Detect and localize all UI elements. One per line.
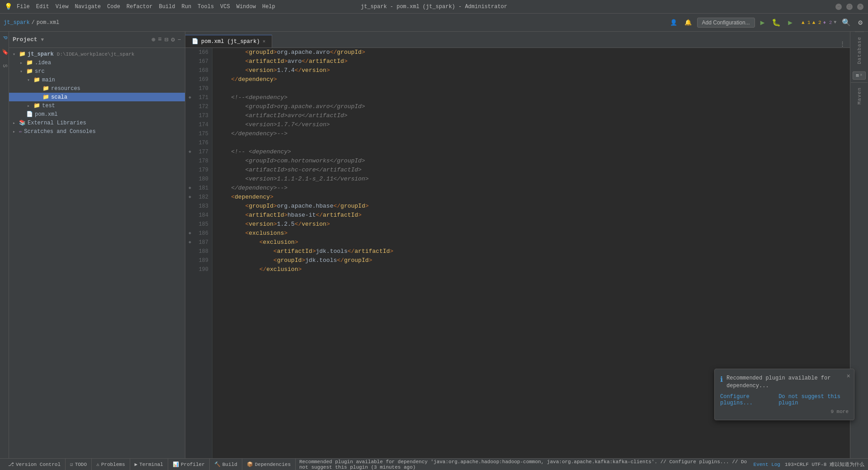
tree-label-main: main [42, 77, 55, 83]
tab-close-icon[interactable]: × [263, 39, 266, 44]
tree-item-src[interactable]: ▾ 📁 src [9, 67, 185, 76]
code-line-187: <exclusion> [217, 238, 845, 247]
expand-icon[interactable]: ⊟ [165, 36, 168, 43]
maven-m-button[interactable]: m × [853, 71, 866, 80]
tree-item-pom[interactable]: ▸ 📄 pom.xml [9, 110, 185, 119]
code-line-186: <exclusions> [217, 229, 845, 238]
status-tab-problems[interactable]: ⚠ Problems [92, 459, 130, 470]
build-icon: 🔨 [214, 461, 221, 467]
bookmark-sidebar-icon[interactable]: 🔖 [1, 48, 8, 55]
toolbar-right: 👤 🔔 Add Configuration... ▶ 🐛 ▶ ▲ 1 ▲ 2 ♦… [668, 17, 864, 28]
notification-more[interactable]: 9 more [720, 409, 849, 414]
status-right: Event Log 193×CRLF UTF-8 难以知道为什么 [754, 461, 864, 468]
fold-marker-177[interactable]: ◆ [189, 147, 191, 157]
breadcrumb-project[interactable]: jt_spark [4, 19, 30, 26]
tab-xml-icon: 📄 [192, 38, 198, 45]
debug-icon[interactable]: 🐛 [770, 17, 783, 28]
tree-item-scala[interactable]: ▸ 📁 scala [9, 93, 185, 101]
line-185: 185 [195, 220, 208, 229]
database-panel-tab[interactable]: Database [855, 32, 864, 69]
dismiss-plugin-link[interactable]: Do not suggest this plugin [778, 394, 849, 406]
tree-item-scratches[interactable]: ▸ ✏ Scratches and Consoles [9, 127, 185, 136]
update-icon[interactable]: 🔔 [683, 18, 693, 27]
status-tab-version-control[interactable]: ⎇ Version Control [4, 459, 66, 470]
tree-item-idea[interactable]: ▸ 📁 .idea [9, 58, 185, 67]
menu-edit[interactable]: Edit [36, 4, 49, 10]
menu-refactor[interactable]: Refactor [127, 4, 153, 10]
window-controls: – □ × [835, 4, 863, 10]
maven-panel-tab[interactable]: Maven [855, 83, 864, 109]
status-tab-build[interactable]: 🔨 Build [210, 459, 242, 470]
info-icon: ℹ [720, 375, 723, 384]
project-dropdown-icon[interactable]: ▼ [41, 37, 44, 43]
maximize-button[interactable]: □ [846, 4, 853, 10]
line-177: 177◆ [195, 147, 208, 157]
structure-sidebar-icon[interactable]: S [1, 64, 8, 67]
settings-icon[interactable]: ⚙ [856, 17, 864, 28]
code-line-176 [217, 138, 845, 147]
line-169: 169 [195, 75, 208, 84]
project-sidebar-icon[interactable]: P [1, 36, 8, 39]
add-configuration-button[interactable]: Add Configuration... [697, 18, 755, 28]
problems-label: Problems [101, 462, 125, 467]
minimize-button[interactable]: – [835, 4, 842, 10]
tab-options-button[interactable]: ⋮ [835, 40, 850, 47]
close-button[interactable]: × [857, 4, 863, 10]
search-icon[interactable]: 🔍 [840, 17, 853, 28]
tree-item-test[interactable]: ▸ 📁 test [9, 101, 185, 110]
configure-plugins-link[interactable]: Configure plugins... [720, 394, 774, 406]
notification-actions: Configure plugins... Do not suggest this… [720, 394, 849, 406]
maven-m-label: m [856, 73, 859, 78]
folder-icon-resources: 📁 [42, 85, 49, 92]
locate-icon[interactable]: ⊕ [151, 36, 155, 43]
tree-item-resources[interactable]: ▸ 📁 resources [9, 84, 185, 93]
warnings-area: ▲ 1 ▲ 2 ♦ 2 ▼ [802, 20, 836, 25]
status-tab-terminal[interactable]: ▶ Terminal [130, 459, 168, 470]
line-170: 170 [195, 84, 208, 93]
window-title: jt_spark - pom.xml (jt_spark) - Administ… [361, 4, 507, 10]
menu-view[interactable]: View [56, 4, 69, 10]
menu-tools[interactable]: Tools [198, 4, 214, 10]
line-176: 176 [195, 138, 208, 147]
warning-badge[interactable]: ▲ 1 [802, 20, 811, 25]
status-tab-profiler[interactable]: 📊 Profiler [168, 459, 210, 470]
maven-close-icon[interactable]: × [860, 73, 863, 78]
tree-item-jt_spark[interactable]: ▾ 📁 jt_spark D:\IDEA_workplace\jt_spark [9, 50, 185, 58]
folder-icon-scala: 📁 [42, 94, 49, 100]
chevron-down-icon[interactable]: ▼ [834, 20, 836, 25]
status-tab-todo[interactable]: ☑ TODO [66, 459, 92, 470]
tab-pom-xml[interactable]: 📄 pom.xml (jt_spark) × [185, 35, 272, 47]
code-line-177: <!-- <dependency> [217, 147, 845, 157]
fold-marker-171[interactable]: ◆ [189, 93, 191, 102]
warning-badge2[interactable]: ▲ 2 [812, 20, 821, 25]
run-coverage-icon[interactable]: ▶ [786, 17, 794, 28]
status-tab-dependencies[interactable]: 📦 Dependencies [242, 459, 296, 470]
menu-file[interactable]: File [17, 4, 30, 10]
profile-icon[interactable]: 👤 [668, 18, 679, 27]
fold-marker-187[interactable]: ◆ [189, 238, 191, 247]
status-encoding[interactable]: 193×CRLF UTF-8 难以知道为什么 [785, 461, 864, 468]
collapse-all-icon[interactable]: ≡ [158, 36, 161, 43]
menu-help[interactable]: Help [262, 4, 275, 10]
tab-label: pom.xml (jt_spark) [201, 38, 260, 45]
fold-marker-186[interactable]: ◆ [189, 229, 191, 238]
fold-marker-182[interactable]: ◆ [189, 193, 191, 202]
fold-marker-181[interactable]: ◆ [189, 184, 191, 193]
menu-run[interactable]: Run [181, 4, 191, 10]
tree-item-main[interactable]: ▾ 📁 main [9, 76, 185, 84]
hide-panel-icon[interactable]: – [178, 36, 181, 43]
menu-build[interactable]: Build [159, 4, 175, 10]
event-log-link[interactable]: Event Log [754, 462, 780, 467]
error-badge[interactable]: ♦ 2 [823, 20, 832, 25]
run-icon[interactable]: ▶ [759, 17, 767, 28]
menu-code[interactable]: Code [107, 4, 120, 10]
tree-item-ext-libs[interactable]: ▸ 📚 External Libraries [9, 119, 185, 127]
notification-close-icon[interactable]: × [847, 373, 850, 380]
settings-panel-icon[interactable]: ⚙ [171, 36, 175, 43]
menu-window[interactable]: Window [236, 4, 256, 10]
breadcrumb-file[interactable]: pom.xml [37, 19, 59, 26]
main-toolbar: jt_spark / pom.xml 👤 🔔 Add Configuration… [0, 14, 868, 32]
menu-vcs[interactable]: VCS [220, 4, 230, 10]
menu-navigate[interactable]: Navigate [75, 4, 101, 10]
version-control-icon: ⎇ [8, 461, 14, 467]
